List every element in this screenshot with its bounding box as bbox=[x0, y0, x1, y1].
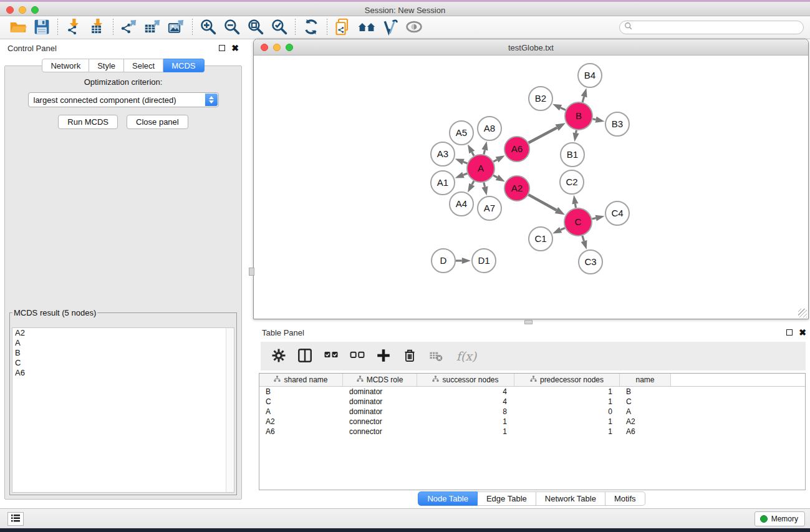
save-disk-button[interactable] bbox=[30, 17, 54, 37]
edge-A2-C[interactable] bbox=[528, 195, 565, 215]
zoom-selected-button[interactable] bbox=[268, 17, 291, 37]
zoom-fit-button[interactable] bbox=[244, 17, 268, 37]
close-panel-icon[interactable]: ✖ bbox=[231, 45, 239, 51]
add-button[interactable] bbox=[374, 347, 393, 365]
edge-D-D1[interactable] bbox=[456, 258, 471, 264]
edge-A-A7[interactable] bbox=[481, 182, 488, 195]
cell-shared-name[interactable]: B bbox=[259, 387, 343, 397]
edge-A-A2[interactable] bbox=[493, 175, 505, 181]
criterion-dropdown[interactable]: largest connected component (directed) bbox=[28, 92, 219, 107]
delete-column-button[interactable] bbox=[427, 347, 445, 365]
edge-B-B1[interactable] bbox=[573, 130, 579, 142]
import-network-button[interactable] bbox=[62, 17, 85, 37]
tab-style[interactable]: Style bbox=[89, 59, 124, 72]
select-all-button[interactable] bbox=[322, 347, 340, 365]
node-A2[interactable]: A2 bbox=[504, 176, 529, 201]
cell-name[interactable]: C bbox=[620, 397, 671, 407]
cell-successor-nodes[interactable]: 1 bbox=[417, 427, 514, 437]
node-C[interactable]: C bbox=[564, 208, 592, 236]
mcds-result-item[interactable]: A bbox=[12, 338, 234, 348]
unselect-all-button[interactable] bbox=[348, 347, 367, 365]
table-row[interactable]: A2connector11A2 bbox=[259, 417, 805, 427]
show-details-eye-button[interactable] bbox=[402, 17, 426, 37]
tab-mcds[interactable]: MCDS bbox=[163, 59, 204, 72]
table-row[interactable]: A6connector11A6 bbox=[259, 427, 805, 437]
fx-button[interactable]: f(x) bbox=[453, 347, 480, 365]
network-canvas[interactable]: B4B2BB3A5A8A6A3AB1A1C2A2A4A7CC4C1C3DD1 bbox=[254, 56, 808, 319]
mcds-result-item[interactable]: C bbox=[12, 358, 234, 368]
cell-predecessor-nodes[interactable]: 1 bbox=[514, 397, 620, 407]
node-D[interactable]: D bbox=[432, 249, 455, 273]
node-A3[interactable]: A3 bbox=[431, 142, 455, 166]
column-header-name[interactable]: name bbox=[620, 374, 671, 386]
tab-node-table[interactable]: Node Table bbox=[418, 491, 478, 506]
cell-predecessor-nodes[interactable]: 1 bbox=[514, 387, 620, 397]
hide-details-button[interactable] bbox=[378, 17, 402, 37]
edge-A-A3[interactable] bbox=[455, 158, 468, 165]
search-box[interactable] bbox=[619, 21, 804, 34]
node-A5[interactable]: A5 bbox=[450, 121, 473, 145]
cell-shared-name[interactable]: C bbox=[259, 397, 343, 407]
table-row[interactable]: Cdominator41C bbox=[259, 397, 805, 407]
column-header-MCDS-role[interactable]: MCDS role bbox=[343, 374, 417, 386]
cell-name[interactable]: A6 bbox=[620, 427, 671, 437]
edge-B-B2[interactable] bbox=[552, 104, 566, 111]
cell-name[interactable]: B bbox=[620, 387, 671, 397]
edge-A-A8[interactable] bbox=[481, 142, 488, 155]
new-network-from-selection-button[interactable] bbox=[331, 17, 355, 37]
node-D1[interactable]: D1 bbox=[472, 249, 496, 273]
edge-C-C2[interactable] bbox=[572, 195, 578, 208]
edge-B-B3[interactable] bbox=[593, 117, 605, 123]
node-B3[interactable]: B3 bbox=[605, 112, 629, 136]
cell-MCDS-role[interactable]: dominator bbox=[343, 397, 417, 407]
edge-C-C4[interactable] bbox=[592, 215, 604, 221]
edge-C-C3[interactable] bbox=[581, 236, 587, 249]
node-C3[interactable]: C3 bbox=[579, 250, 602, 274]
network-graph[interactable]: B4B2BB3A5A8A6A3AB1A1C2A2A4A7CC4C1C3DD1 bbox=[254, 56, 808, 319]
node-A8[interactable]: A8 bbox=[478, 117, 501, 140]
cell-shared-name[interactable]: A6 bbox=[259, 427, 343, 437]
cell-MCDS-role[interactable]: connector bbox=[343, 427, 417, 437]
columns-button[interactable] bbox=[296, 347, 314, 365]
float-table-panel-icon[interactable] bbox=[786, 329, 793, 336]
cell-MCDS-role[interactable]: dominator bbox=[343, 407, 417, 417]
edge-A-A5[interactable] bbox=[468, 144, 475, 155]
edge-A-A4[interactable] bbox=[468, 181, 475, 192]
memory-button[interactable]: Memory bbox=[755, 511, 805, 526]
column-header-predecessor-nodes[interactable]: predecessor nodes bbox=[514, 374, 620, 386]
tab-network[interactable]: Network bbox=[42, 59, 89, 72]
tab-network-table[interactable]: Network Table bbox=[536, 491, 605, 506]
edge-C-C1[interactable] bbox=[552, 227, 565, 233]
mcds-list-scrollbar[interactable] bbox=[226, 328, 234, 492]
mcds-result-item[interactable]: A2 bbox=[12, 328, 234, 338]
float-panel-icon[interactable] bbox=[219, 45, 225, 51]
cell-MCDS-role[interactable]: dominator bbox=[343, 387, 417, 397]
edge-B-B4[interactable] bbox=[581, 88, 587, 102]
refresh-button[interactable] bbox=[299, 17, 323, 37]
cell-shared-name[interactable]: A bbox=[259, 407, 343, 417]
open-folder-button[interactable] bbox=[6, 17, 30, 37]
node-A4[interactable]: A4 bbox=[450, 192, 473, 216]
table-row[interactable]: Bdominator41B bbox=[259, 387, 805, 397]
first-neighbors-button[interactable] bbox=[355, 17, 378, 37]
node-C4[interactable]: C4 bbox=[605, 201, 629, 225]
cell-name[interactable]: A2 bbox=[620, 417, 671, 427]
mcds-result-item[interactable]: B bbox=[12, 348, 234, 358]
node-A7[interactable]: A7 bbox=[478, 196, 501, 220]
node-B2[interactable]: B2 bbox=[529, 87, 552, 110]
edge-A-A1[interactable] bbox=[455, 172, 468, 178]
cell-successor-nodes[interactable]: 1 bbox=[417, 417, 514, 427]
close-table-panel-icon[interactable]: ✖ bbox=[799, 329, 806, 336]
node-A[interactable]: A bbox=[467, 155, 494, 182]
node-C2[interactable]: C2 bbox=[560, 170, 584, 194]
run-mcds-button[interactable]: Run MCDS bbox=[58, 115, 118, 129]
tab-edge-table[interactable]: Edge Table bbox=[478, 491, 536, 506]
node-B[interactable]: B bbox=[565, 102, 592, 130]
node-C1[interactable]: C1 bbox=[529, 227, 552, 251]
network-window-titlebar[interactable]: testGlobe.txt bbox=[254, 39, 808, 56]
export-network-button[interactable] bbox=[117, 17, 141, 37]
cell-predecessor-nodes[interactable]: 1 bbox=[514, 427, 620, 437]
search-input[interactable] bbox=[633, 23, 803, 32]
cell-name[interactable]: A bbox=[620, 407, 671, 417]
tab-select[interactable]: Select bbox=[124, 59, 163, 72]
